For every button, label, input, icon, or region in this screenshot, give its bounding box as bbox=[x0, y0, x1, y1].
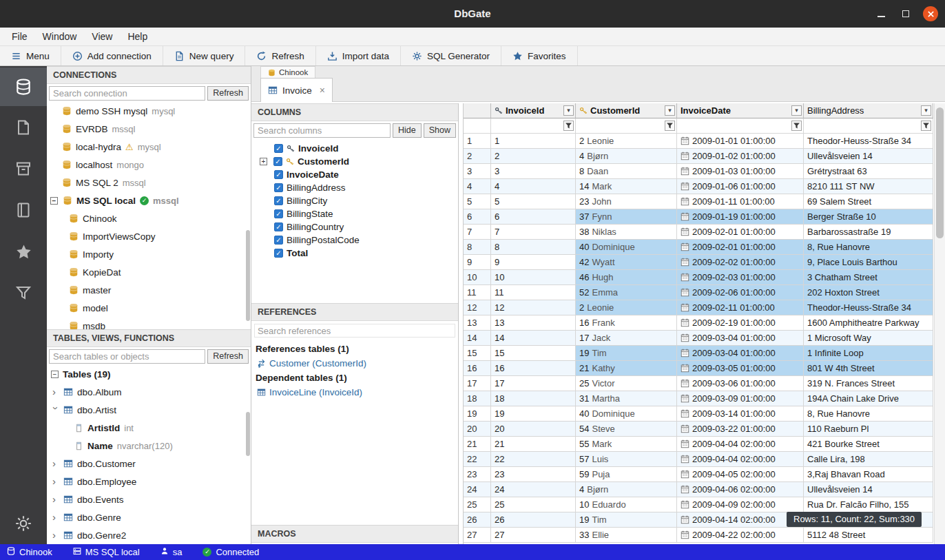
connection-item[interactable]: MS SQL 2 mssql bbox=[47, 174, 251, 191]
cell-customerid[interactable]: 54 Steve bbox=[576, 422, 677, 437]
cell-customerid[interactable]: 19 Tim bbox=[576, 512, 677, 528]
table-item[interactable]: › dbo.Artist bbox=[47, 401, 251, 419]
cell-billingaddress[interactable]: Calle Lira, 198 bbox=[804, 452, 933, 467]
column-checkbox-item[interactable]: ✓ InvoiceId bbox=[251, 142, 458, 155]
column-checkbox-item[interactable]: + ✓ CustomerId bbox=[251, 155, 458, 168]
toolbar-add-connection-button[interactable]: Add connection bbox=[61, 46, 163, 65]
cell-invoicedate[interactable]: 2009-03-04 01:00:00 bbox=[677, 346, 804, 361]
cell-customerid[interactable]: 40 Dominique bbox=[576, 240, 677, 255]
cell-invoicedate[interactable]: 2009-01-01 01:00:00 bbox=[677, 134, 804, 149]
database-item[interactable]: master bbox=[47, 281, 251, 299]
cell-billingaddress[interactable]: 1 Microsoft Way bbox=[804, 331, 933, 346]
cell-invoiceid[interactable]: 7 bbox=[491, 225, 576, 240]
menu-view[interactable]: View bbox=[84, 28, 120, 46]
checkbox-checked-icon[interactable]: ✓ bbox=[274, 196, 283, 205]
table-item[interactable]: › dbo.Genre2 bbox=[47, 526, 251, 544]
cell-customerid[interactable]: 10 Eduardo bbox=[576, 497, 677, 512]
cell-customerid[interactable]: 52 Emma bbox=[576, 285, 677, 300]
cell-customerid[interactable]: 40 Dominique bbox=[576, 406, 677, 422]
cell-billingaddress[interactable]: 69 Salem Street bbox=[804, 194, 933, 209]
cell-invoiceid[interactable]: 3 bbox=[491, 164, 576, 179]
cell-invoiceid[interactable]: 9 bbox=[491, 255, 576, 270]
row-number-cell[interactable]: 2 bbox=[464, 149, 491, 164]
cell-customerid[interactable]: 17 Jack bbox=[576, 331, 677, 346]
cell-customerid[interactable]: 33 Ellie bbox=[576, 528, 677, 543]
row-number-cell[interactable]: 20 bbox=[464, 422, 491, 437]
cell-invoiceid[interactable]: 22 bbox=[491, 452, 576, 467]
cell-invoiceid[interactable]: 19 bbox=[491, 406, 576, 422]
column-checkbox-item[interactable]: ✓ BillingState bbox=[251, 207, 458, 220]
cell-billingaddress[interactable]: 9, Place Louis Barthou bbox=[804, 255, 933, 270]
sidebar-archive-icon[interactable] bbox=[0, 149, 47, 188]
checkbox-checked-icon[interactable]: ✓ bbox=[274, 249, 283, 258]
cell-billingaddress[interactable]: 3,Raj Bhavan Road bbox=[804, 467, 933, 482]
table-item[interactable]: › dbo.Customer bbox=[47, 455, 251, 473]
cell-invoicedate[interactable]: 2009-03-14 01:00:00 bbox=[677, 406, 804, 422]
column-header-customerid[interactable]: CustomerId ▾ bbox=[576, 103, 677, 118]
row-number-cell[interactable]: 22 bbox=[464, 452, 491, 467]
toolbar-favorites-button[interactable]: Favorites bbox=[501, 46, 578, 65]
cell-billingaddress[interactable]: Theodor-Heuss-Straße 34 bbox=[804, 300, 933, 315]
column-menu-dropdown-icon[interactable]: ▾ bbox=[563, 105, 574, 116]
database-item[interactable]: model bbox=[47, 299, 251, 317]
row-number-cell[interactable]: 27 bbox=[464, 528, 491, 543]
row-number-cell[interactable]: 19 bbox=[464, 406, 491, 422]
cell-invoicedate[interactable]: 2009-04-09 02:00:00 bbox=[677, 497, 804, 512]
cell-billingaddress[interactable]: 8210 111 ST NW bbox=[804, 179, 933, 194]
cell-billingaddress[interactable]: 3 Chatham Street bbox=[804, 270, 933, 285]
cell-invoicedate[interactable]: 2009-02-01 01:00:00 bbox=[677, 240, 804, 255]
grid-vertical-scrollbar[interactable] bbox=[934, 103, 945, 544]
table-item[interactable]: › dbo.Events bbox=[47, 490, 251, 508]
checkbox-checked-icon[interactable]: ✓ bbox=[274, 170, 283, 179]
checkbox-checked-icon[interactable]: ✓ bbox=[274, 222, 283, 231]
filter-input-invoicedate[interactable] bbox=[677, 118, 803, 133]
close-button[interactable] bbox=[923, 6, 938, 21]
row-number-cell[interactable]: 21 bbox=[464, 437, 491, 452]
filter-input-invoiceid[interactable] bbox=[491, 118, 575, 133]
cell-billingaddress[interactable]: Berger Straße 10 bbox=[804, 209, 933, 225]
status-connection[interactable]: MS SQL local bbox=[73, 547, 140, 557]
cell-invoiceid[interactable]: 24 bbox=[491, 482, 576, 497]
cell-customerid[interactable]: 21 Kathy bbox=[576, 361, 677, 376]
connections-scrollbar[interactable] bbox=[246, 230, 250, 321]
row-number-cell[interactable]: 15 bbox=[464, 346, 491, 361]
status-connected[interactable]: ✓ Connected bbox=[202, 547, 259, 557]
status-database[interactable]: Chinook bbox=[7, 547, 52, 557]
cell-invoiceid[interactable]: 26 bbox=[491, 512, 576, 528]
cell-invoiceid[interactable]: 11 bbox=[491, 285, 576, 300]
cell-invoicedate[interactable]: 2009-04-04 02:00:00 bbox=[677, 437, 804, 452]
show-button[interactable]: Show bbox=[424, 123, 456, 138]
cell-billingaddress[interactable]: Ullevålsveien 14 bbox=[804, 482, 933, 497]
checkbox-checked-icon[interactable]: ✓ bbox=[274, 236, 283, 245]
cell-customerid[interactable]: 4 Bjørn bbox=[576, 482, 677, 497]
toolbar-sql-generator-button[interactable]: SQL Generator bbox=[401, 46, 501, 65]
cell-customerid[interactable]: 31 Martha bbox=[576, 391, 677, 406]
cell-invoiceid[interactable]: 16 bbox=[491, 361, 576, 376]
toolbar-menu-button[interactable]: Menu bbox=[0, 46, 61, 65]
cell-invoicedate[interactable]: 2009-04-05 02:00:00 bbox=[677, 467, 804, 482]
cell-invoiceid[interactable]: 4 bbox=[491, 179, 576, 194]
cell-invoicedate[interactable]: 2009-01-03 01:00:00 bbox=[677, 164, 804, 179]
tables-group[interactable]: − Tables (19) bbox=[47, 365, 251, 383]
column-menu-dropdown-icon[interactable]: ▾ bbox=[921, 105, 931, 116]
column-checkbox-item[interactable]: ✓ InvoiceDate bbox=[251, 168, 458, 181]
minimize-button[interactable] bbox=[873, 6, 889, 21]
row-number-cell[interactable]: 13 bbox=[464, 315, 491, 331]
cell-billingaddress[interactable]: Grétrystraat 63 bbox=[804, 164, 933, 179]
column-header-billingaddress[interactable]: BillingAddress ▾ bbox=[804, 103, 933, 118]
table-item[interactable]: › dbo.Album bbox=[47, 383, 251, 401]
cell-billingaddress[interactable]: 421 Bourke Street bbox=[804, 437, 933, 452]
row-number-cell[interactable]: 23 bbox=[464, 467, 491, 482]
chevron-right-icon[interactable]: › bbox=[52, 496, 59, 503]
cell-invoiceid[interactable]: 13 bbox=[491, 315, 576, 331]
tables-search-input[interactable] bbox=[49, 349, 205, 364]
toolbar-new-query-button[interactable]: New query bbox=[163, 46, 246, 65]
cell-invoiceid[interactable]: 5 bbox=[491, 194, 576, 209]
connection-item[interactable]: − MS SQL local ✓ mssql bbox=[47, 191, 251, 209]
filter-input-customerid[interactable] bbox=[576, 118, 676, 133]
cell-invoicedate[interactable]: 2009-03-04 01:00:00 bbox=[677, 331, 804, 346]
row-number-cell[interactable]: 25 bbox=[464, 497, 491, 512]
reference-link[interactable]: InvoiceLine (InvoiceId) bbox=[251, 385, 458, 400]
expand-icon[interactable]: + bbox=[260, 158, 267, 165]
connection-item[interactable]: demo SSH mysql mysql bbox=[47, 102, 251, 120]
